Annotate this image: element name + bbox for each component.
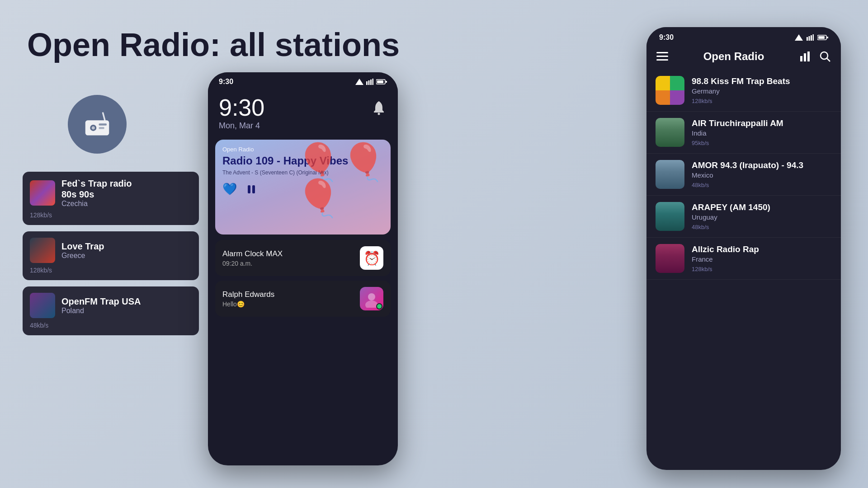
clock-area: 9:30 Mon, Mar 4 bbox=[208, 89, 398, 140]
radio-info-arapey: ARAPEY (AM 1450) Uruguay 48kb/s bbox=[692, 202, 832, 231]
svg-rect-13 bbox=[386, 81, 387, 83]
svg-point-33 bbox=[821, 52, 828, 59]
big-time: 9:30 bbox=[219, 96, 264, 119]
radio-bitrate-amor: 48kb/s bbox=[692, 182, 832, 188]
message-notification[interactable]: Ralph Edwards Hello😊 bbox=[215, 281, 391, 317]
station-name-openfm: OpenFM Trap USA bbox=[61, 296, 141, 307]
alarm-notification[interactable]: Alarm Clock MAX 09:20 a.m. ⏰ bbox=[215, 240, 391, 276]
alarm-icon: ⏰ bbox=[360, 246, 383, 270]
station-bitrate-love: 128kb/s bbox=[30, 267, 192, 274]
radio-bitrate-arapey: 48kb/s bbox=[692, 224, 832, 230]
station-card-fed[interactable]: Fed`s Trap radio80s 90s Czechia 128kb/s bbox=[23, 172, 199, 225]
radio-station-list: 98.8 Kiss FM Trap Beats Germany 128kb/s … bbox=[646, 70, 841, 467]
svg-rect-27 bbox=[656, 52, 668, 53]
svg-marker-6 bbox=[355, 79, 363, 85]
station-country-fed: Czechia bbox=[61, 200, 132, 208]
radio-bitrate-air: 95kb/s bbox=[692, 140, 832, 146]
svg-rect-28 bbox=[656, 56, 668, 57]
svg-rect-21 bbox=[809, 36, 810, 41]
radio-name-arapey: ARAPEY (AM 1450) bbox=[692, 202, 832, 213]
station-country-openfm: Poland bbox=[61, 307, 141, 315]
phone-mockup-middle: 9:30 9:30 Mon, Mar 4 bbox=[208, 72, 398, 465]
station-card-love[interactable]: Love Trap Greece 128kb/s bbox=[23, 231, 199, 280]
date-text: Mon, Mar 4 bbox=[219, 121, 264, 131]
radio-thumb-amor bbox=[656, 160, 684, 189]
radio-country-air: India bbox=[692, 129, 832, 137]
radio-info-amor: AMOR 94.3 (Irapuato) - 94.3 Mexico 48kb/… bbox=[692, 160, 832, 189]
radio-name-allzic: Allzic Radio Rap bbox=[692, 244, 832, 255]
svg-rect-30 bbox=[800, 56, 802, 61]
radio-item-arapey[interactable]: ARAPEY (AM 1450) Uruguay 48kb/s bbox=[646, 196, 841, 238]
radio-country-kiss: Germany bbox=[692, 87, 832, 95]
alarm-icon-bg: ⏰ bbox=[360, 246, 383, 270]
balloons-decoration: 🎈🎈🎈 bbox=[296, 144, 386, 216]
svg-rect-15 bbox=[248, 185, 250, 193]
heart-button[interactable]: 💙 bbox=[222, 182, 237, 196]
radio-thumb-air bbox=[656, 118, 684, 147]
radio-bitrate-kiss: 128kb/s bbox=[692, 98, 832, 104]
menu-icon[interactable] bbox=[656, 50, 669, 63]
station-bitrate-openfm: 48kb/s bbox=[30, 322, 192, 329]
pause-button[interactable] bbox=[244, 182, 259, 197]
svg-rect-23 bbox=[813, 34, 814, 41]
right-app-title: Open Radio bbox=[675, 50, 792, 63]
station-cards-list: Fed`s Trap radio80s 90s Czechia 128kb/s … bbox=[23, 172, 199, 335]
svg-rect-26 bbox=[827, 37, 828, 38]
svg-marker-19 bbox=[795, 34, 803, 41]
svg-rect-4 bbox=[99, 127, 104, 129]
radio-country-arapey: Uruguay bbox=[692, 213, 832, 221]
status-icons bbox=[355, 79, 387, 85]
radio-name-air: AIR Tiruchirappalli AM bbox=[692, 118, 832, 129]
svg-line-34 bbox=[827, 58, 830, 61]
right-status-icons bbox=[795, 34, 828, 41]
search-icon[interactable] bbox=[818, 50, 832, 63]
svg-rect-3 bbox=[99, 123, 107, 125]
radio-country-allzic: France bbox=[692, 255, 832, 263]
radio-item-air[interactable]: AIR Tiruchirappalli AM India 95kb/s bbox=[646, 112, 841, 154]
phone-status-bar: 9:30 bbox=[208, 72, 398, 89]
stats-icon[interactable] bbox=[798, 50, 812, 63]
svg-rect-25 bbox=[818, 36, 825, 39]
radio-thumb-kiss bbox=[656, 76, 684, 105]
svg-rect-16 bbox=[252, 185, 255, 193]
radio-item-amor[interactable]: AMOR 94.3 (Irapuato) - 94.3 Mexico 48kb/… bbox=[646, 154, 841, 196]
radio-name-amor: AMOR 94.3 (Irapuato) - 94.3 bbox=[692, 160, 832, 171]
alarm-time: 09:20 a.m. bbox=[222, 260, 283, 267]
phone-mockup-right: 9:30 Open R bbox=[646, 27, 841, 470]
right-status-time: 9:30 bbox=[659, 33, 674, 42]
station-thumb-love bbox=[30, 238, 55, 263]
radio-info-allzic: Allzic Radio Rap France 128kb/s bbox=[692, 244, 832, 273]
status-time: 9:30 bbox=[219, 78, 233, 86]
svg-rect-12 bbox=[377, 80, 383, 83]
station-thumb-fed bbox=[30, 180, 55, 206]
right-app-bar: Open Radio bbox=[646, 45, 841, 70]
svg-rect-29 bbox=[656, 59, 668, 61]
bell-icon bbox=[371, 99, 387, 116]
svg-point-14 bbox=[378, 113, 380, 115]
radio-info-air: AIR Tiruchirappalli AM India 95kb/s bbox=[692, 118, 832, 147]
svg-rect-9 bbox=[370, 80, 372, 85]
station-name-love: Love Trap bbox=[61, 241, 104, 252]
radio-info-kiss: 98.8 Kiss FM Trap Beats Germany 128kb/s bbox=[692, 76, 832, 105]
radio-thumb-allzic bbox=[656, 244, 684, 273]
sender-avatar bbox=[360, 287, 383, 310]
svg-rect-5 bbox=[102, 112, 106, 121]
svg-rect-7 bbox=[366, 81, 368, 85]
radio-item-kiss[interactable]: 98.8 Kiss FM Trap Beats Germany 128kb/s bbox=[646, 70, 841, 112]
station-country-love: Greece bbox=[61, 252, 104, 260]
message-content: Hello😊 bbox=[222, 300, 274, 308]
station-bitrate-fed: 128kb/s bbox=[30, 211, 192, 219]
station-name-fed: Fed`s Trap radio80s 90s bbox=[61, 178, 132, 200]
station-thumb-openfm bbox=[30, 293, 55, 318]
alarm-title: Alarm Clock MAX bbox=[222, 249, 283, 258]
svg-rect-22 bbox=[811, 35, 812, 41]
radio-country-amor: Mexico bbox=[692, 171, 832, 179]
svg-rect-10 bbox=[373, 79, 374, 85]
online-dot bbox=[376, 303, 382, 310]
radio-item-allzic[interactable]: Allzic Radio Rap France 128kb/s bbox=[646, 238, 841, 280]
radio-bitrate-allzic: 128kb/s bbox=[692, 266, 832, 272]
now-playing-card[interactable]: 🎈🎈🎈 Open Radio Radio 109 - Happy Vibes T… bbox=[215, 140, 391, 235]
station-card-openfm[interactable]: OpenFM Trap USA Poland 48kb/s bbox=[23, 286, 199, 335]
page-title: Open Radio: all stations bbox=[27, 27, 400, 63]
message-sender: Ralph Edwards bbox=[222, 290, 274, 299]
